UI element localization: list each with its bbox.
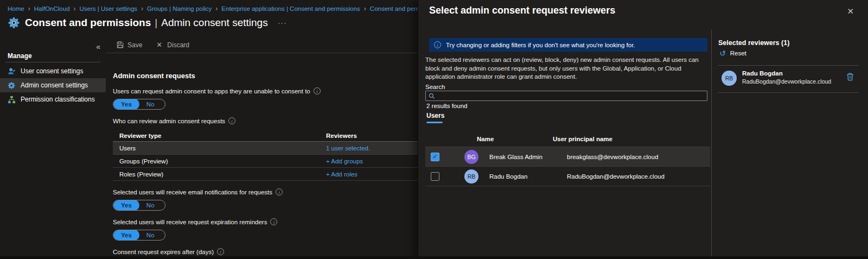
user-row-radu-bogdan[interactable]: RB Radu Bogdan RaduBogdan@devworkplace.c… xyxy=(425,167,710,186)
info-icon: i xyxy=(434,41,441,48)
email-notifications-label: Selected users will receive email notifi… xyxy=(113,188,418,195)
gear-icon xyxy=(8,81,16,90)
row-checkbox-unchecked[interactable] xyxy=(431,172,439,181)
users-table: Name User principal name ✓ BG Break Glas… xyxy=(425,131,710,186)
users-selected-link[interactable]: 1 user selected. xyxy=(326,145,418,151)
reset-button[interactable]: ↺ Reset xyxy=(719,50,746,56)
gear-icon xyxy=(8,16,21,29)
info-icon[interactable]: i xyxy=(270,218,277,225)
toggle-yes[interactable]: Yes xyxy=(113,230,139,241)
reviewer-upn: RaduBogdan@devworkplace.cloud xyxy=(742,78,831,85)
breadcrumb-separator: › xyxy=(215,5,218,12)
sidebar-item-label: User consent settings xyxy=(21,67,83,75)
label-text: Users can request admin consent to apps … xyxy=(113,88,310,94)
reviewer-name: Radu Bogdan xyxy=(742,70,831,77)
table-row-groups[interactable]: Groups (Preview) + Add groups xyxy=(113,155,418,168)
divider xyxy=(718,65,858,66)
reviewer-type-cell: Groups (Preview) xyxy=(113,158,326,165)
label-text: Consent request expires after (days) xyxy=(113,249,214,255)
request-consent-toggle[interactable]: Yes No xyxy=(113,99,165,110)
avatar: RB xyxy=(722,71,737,86)
user-name: Radu Bogdan xyxy=(478,173,567,180)
expiration-reminders-toggle[interactable]: Yes No xyxy=(113,230,165,241)
expiration-reminders-label: Selected users will receive request expi… xyxy=(113,218,418,225)
table-row-roles[interactable]: Roles (Preview) + Add roles xyxy=(113,168,418,181)
toggle-yes[interactable]: Yes xyxy=(113,200,139,211)
page-title: Consent and permissions xyxy=(25,17,151,29)
sidebar-item-permission-classifications[interactable]: Permission classifications xyxy=(0,92,106,106)
label-text: Who can review admin consent requests xyxy=(113,118,225,124)
filter-hint-banner: i Try changing or adding filters if you … xyxy=(429,38,707,52)
delete-reviewer-button[interactable] xyxy=(846,73,854,83)
panel-title: Select admin consent request reviewers xyxy=(429,5,615,16)
row-checkbox-checked[interactable]: ✓ xyxy=(431,153,439,161)
who-review-label: Who can review admin consent requests i xyxy=(113,117,418,124)
breadcrumb-halfoncloud[interactable]: HalfOnCloud xyxy=(34,5,70,12)
info-icon[interactable]: i xyxy=(314,87,321,94)
sidebar-item-user-consent-settings[interactable]: User consent settings xyxy=(0,64,106,78)
hierarchy-icon xyxy=(8,96,16,104)
sidebar: « Manage User consent settings Admin con… xyxy=(0,36,106,259)
breadcrumb-users-settings[interactable]: Users | User settings xyxy=(80,5,138,12)
breadcrumb-separator: › xyxy=(364,5,366,12)
discard-label: Discard xyxy=(167,41,189,49)
discard-icon: ✕ xyxy=(156,41,163,48)
results-count: 2 results found xyxy=(426,103,467,109)
select-reviewers-panel: Select admin consent request reviewers ✕… xyxy=(418,0,868,259)
header-name: Name xyxy=(425,136,553,142)
info-icon[interactable]: i xyxy=(276,188,283,195)
add-groups-link[interactable]: + Add groups xyxy=(326,158,418,165)
table-header: Name User principal name xyxy=(425,131,710,147)
search-icon xyxy=(429,93,435,99)
save-label: Save xyxy=(127,41,142,49)
sidebar-item-label: Admin consent settings xyxy=(21,81,88,89)
label-text: Selected users will receive request expi… xyxy=(113,219,267,225)
search-input[interactable] xyxy=(425,91,707,101)
add-roles-link[interactable]: + Add roles xyxy=(326,171,418,178)
breadcrumb-groups-naming[interactable]: Groups | Naming policy xyxy=(147,5,212,12)
reviewer-type-table: Reviewer type Reviewers Users 1 user sel… xyxy=(113,130,418,181)
selected-reviewers-title: Selected reviewers (1) xyxy=(718,39,789,47)
tab-users[interactable]: Users xyxy=(426,112,444,119)
toggle-no[interactable]: No xyxy=(139,101,162,108)
page-subtitle: Admin consent settings xyxy=(161,17,267,29)
sidebar-divider xyxy=(5,62,100,62)
avatar: BG xyxy=(464,150,478,164)
user-row-break-glass-admin[interactable]: ✓ BG Break Glass Admin breakglass@devwor… xyxy=(425,147,710,167)
toggle-no[interactable]: No xyxy=(139,202,162,209)
command-bar: Save ✕ Discard xyxy=(106,40,418,53)
divider xyxy=(718,92,858,93)
table-row-users[interactable]: Users 1 user selected. xyxy=(113,142,418,155)
save-icon xyxy=(117,41,124,48)
save-button[interactable]: Save xyxy=(117,41,142,49)
avatar: RB xyxy=(464,169,478,184)
info-icon[interactable]: i xyxy=(217,248,224,255)
email-notifications-toggle[interactable]: Yes No xyxy=(113,200,165,211)
toggle-no[interactable]: No xyxy=(139,232,162,238)
sidebar-item-admin-consent-settings[interactable]: Admin consent settings xyxy=(0,78,106,92)
request-consent-label: Users can request admin consent to apps … xyxy=(113,87,418,94)
breadcrumb-home[interactable]: Home xyxy=(8,5,24,12)
toggle-yes[interactable]: Yes xyxy=(113,99,139,110)
main-content: Save ✕ Discard Admin consent requests Us… xyxy=(106,36,418,259)
close-icon[interactable]: ✕ xyxy=(847,7,854,16)
breadcrumb-separator: › xyxy=(28,5,30,12)
breadcrumb-separator: › xyxy=(74,5,76,12)
user-icon xyxy=(8,67,16,75)
more-actions-icon[interactable]: ··· xyxy=(278,18,287,27)
user-name: Break Glass Admin xyxy=(478,154,567,160)
tab-underline xyxy=(426,122,443,123)
section-title: Admin consent requests xyxy=(113,72,418,80)
reviewer-type-cell: Roles (Preview) xyxy=(113,171,326,178)
panel-vertical-divider xyxy=(711,30,712,259)
table-header: Reviewer type Reviewers xyxy=(113,130,418,142)
user-principal-name: breakglass@devworkplace.cloud xyxy=(567,154,710,160)
label-text: Selected users will receive email notifi… xyxy=(113,189,272,195)
sidebar-collapse-icon[interactable]: « xyxy=(96,42,100,51)
sidebar-item-label: Permission classifications xyxy=(21,96,95,103)
admin-consent-section: Admin consent requests Users can request… xyxy=(113,64,418,259)
info-icon[interactable]: i xyxy=(228,117,235,124)
breadcrumb-enterprise-apps[interactable]: Enterprise applications | Consent and pe… xyxy=(221,5,360,12)
discard-button[interactable]: ✕ Discard xyxy=(156,41,189,49)
trash-icon xyxy=(846,73,854,81)
